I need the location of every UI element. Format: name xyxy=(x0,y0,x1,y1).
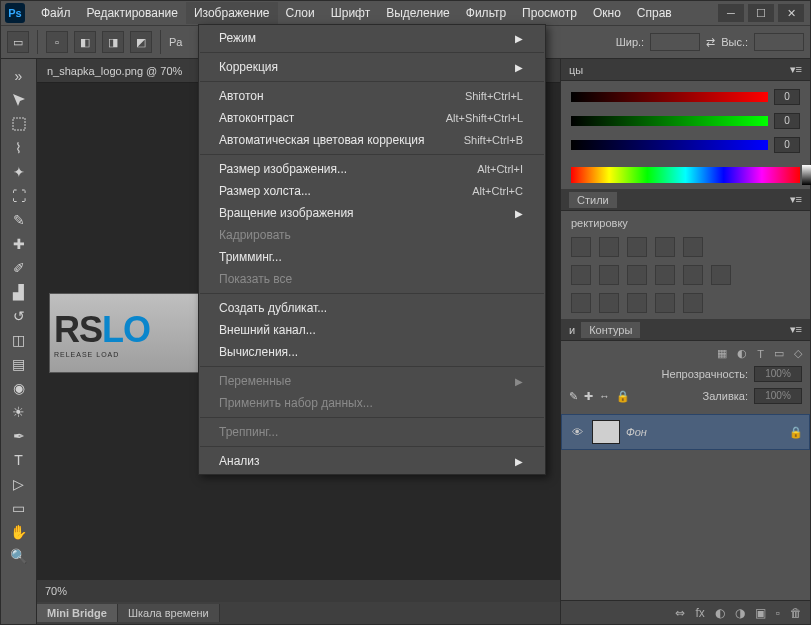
color-value[interactable]: 0 xyxy=(774,89,800,105)
delete-icon[interactable]: 🗑 xyxy=(790,606,802,620)
menu-item[interactable]: Режим▶ xyxy=(199,27,545,49)
new-layer-icon[interactable]: ▫ xyxy=(776,606,780,620)
eyedropper-tool[interactable]: ✎ xyxy=(7,209,31,231)
menu-окно[interactable]: Окно xyxy=(585,2,629,24)
adjust-curves-icon[interactable] xyxy=(627,237,647,257)
adjust-mixer-icon[interactable] xyxy=(683,265,703,285)
fill-field[interactable]: 100% xyxy=(754,388,802,404)
adjust-balance-icon[interactable] xyxy=(599,265,619,285)
layers-tab[interactable]: и xyxy=(569,324,575,336)
opacity-field[interactable]: 100% xyxy=(754,366,802,382)
paths-tab[interactable]: Контуры xyxy=(581,322,640,338)
menu-слои[interactable]: Слои xyxy=(278,2,323,24)
filter-adjust-icon[interactable]: ◐ xyxy=(737,347,747,360)
dodge-tool[interactable]: ☀ xyxy=(7,401,31,423)
panel-menu-icon[interactable]: ▾≡ xyxy=(790,323,802,336)
layer-item[interactable]: 👁 Фон 🔒 xyxy=(561,414,810,450)
adjust-brightness-icon[interactable] xyxy=(571,237,591,257)
zoom-tool[interactable]: 🔍 xyxy=(7,545,31,567)
adjust-lookup-icon[interactable] xyxy=(711,265,731,285)
menu-фильтр[interactable]: Фильтр xyxy=(458,2,514,24)
color-tab[interactable]: цы xyxy=(569,64,583,76)
visibility-icon[interactable]: 👁 xyxy=(568,423,586,441)
type-tool[interactable]: T xyxy=(7,449,31,471)
color-value[interactable]: 0 xyxy=(774,113,800,129)
lasso-tool[interactable]: ⌇ xyxy=(7,137,31,159)
menu-item[interactable]: Коррекция▶ xyxy=(199,56,545,78)
maximize-button[interactable]: ☐ xyxy=(748,4,774,22)
minimize-button[interactable]: ─ xyxy=(718,4,744,22)
tool-preset-icon[interactable]: ▭ xyxy=(7,31,29,53)
history-brush-tool[interactable]: ↺ xyxy=(7,305,31,327)
width-field[interactable] xyxy=(650,33,700,51)
menu-item[interactable]: Анализ▶ xyxy=(199,450,545,472)
group-icon[interactable]: ▣ xyxy=(755,606,766,620)
wand-tool[interactable]: ✦ xyxy=(7,161,31,183)
menu-выделение[interactable]: Выделение xyxy=(378,2,458,24)
opt-new-icon[interactable]: ▫ xyxy=(46,31,68,53)
adjust-bw-icon[interactable] xyxy=(627,265,647,285)
brush-tool[interactable]: ✐ xyxy=(7,257,31,279)
filter-pixel-icon[interactable]: ▦ xyxy=(717,347,727,360)
menu-item[interactable]: АвтоконтрастAlt+Shift+Ctrl+L xyxy=(199,107,545,129)
mask-icon[interactable]: ◐ xyxy=(715,606,725,620)
styles-tab[interactable]: Стили xyxy=(569,192,617,208)
adjust-levels-icon[interactable] xyxy=(599,237,619,257)
tab-mini-bridge[interactable]: Mini Bridge xyxy=(37,604,118,622)
swap-icon[interactable]: ⇄ xyxy=(706,36,715,49)
link-layers-icon[interactable]: ⇔ xyxy=(675,606,685,620)
move-tool[interactable] xyxy=(7,89,31,111)
close-button[interactable]: ✕ xyxy=(778,4,804,22)
adjust-threshold-icon[interactable] xyxy=(627,293,647,313)
adjust-exposure-icon[interactable] xyxy=(655,237,675,257)
height-field[interactable] xyxy=(754,33,804,51)
color-slider[interactable] xyxy=(571,116,768,126)
expand-icon[interactable]: » xyxy=(7,65,31,87)
menu-item[interactable]: Размер холста...Alt+Ctrl+C xyxy=(199,180,545,202)
menu-item[interactable]: Внешний канал... xyxy=(199,319,545,341)
menu-файл[interactable]: Файл xyxy=(33,2,79,24)
eraser-tool[interactable]: ◫ xyxy=(7,329,31,351)
adjustment-layer-icon[interactable]: ◑ xyxy=(735,606,745,620)
menu-item[interactable]: АвтотонShift+Ctrl+L xyxy=(199,85,545,107)
menu-редактирование[interactable]: Редактирование xyxy=(79,2,186,24)
pen-tool[interactable]: ✒ xyxy=(7,425,31,447)
fx-icon[interactable]: fx xyxy=(695,606,704,620)
adjust-posterize-icon[interactable] xyxy=(599,293,619,313)
tab-timeline[interactable]: Шкала времени xyxy=(118,604,220,622)
menu-item[interactable]: Автоматическая цветовая коррекцияShift+C… xyxy=(199,129,545,151)
spectrum-strip[interactable] xyxy=(571,167,800,183)
menu-изображение[interactable]: Изображение xyxy=(186,2,278,24)
blur-tool[interactable]: ◉ xyxy=(7,377,31,399)
gradient-tool[interactable]: ▤ xyxy=(7,353,31,375)
heal-tool[interactable]: ✚ xyxy=(7,233,31,255)
path-select-tool[interactable]: ▷ xyxy=(7,473,31,495)
crop-tool[interactable]: ⛶ xyxy=(7,185,31,207)
panel-menu-icon[interactable]: ▾≡ xyxy=(790,193,802,206)
menu-item[interactable]: Тримминг... xyxy=(199,246,545,268)
adjust-gradient-map-icon[interactable] xyxy=(655,293,675,313)
menu-item[interactable]: Вращение изображения▶ xyxy=(199,202,545,224)
color-value[interactable]: 0 xyxy=(774,137,800,153)
adjust-photo-filter-icon[interactable] xyxy=(655,265,675,285)
menu-справ[interactable]: Справ xyxy=(629,2,680,24)
marquee-tool[interactable] xyxy=(7,113,31,135)
shape-tool[interactable]: ▭ xyxy=(7,497,31,519)
opt-union-icon[interactable]: ◧ xyxy=(74,31,96,53)
adjust-invert-icon[interactable] xyxy=(571,293,591,313)
color-slider[interactable] xyxy=(571,92,768,102)
opt-subtract-icon[interactable]: ◨ xyxy=(102,31,124,53)
adjust-hue-icon[interactable] xyxy=(571,265,591,285)
opt-intersect-icon[interactable]: ◩ xyxy=(130,31,152,53)
menu-item[interactable]: Создать дубликат... xyxy=(199,297,545,319)
stamp-tool[interactable]: ▟ xyxy=(7,281,31,303)
zoom-level[interactable]: 70% xyxy=(45,585,67,597)
menu-item[interactable]: Вычисления... xyxy=(199,341,545,363)
menu-просмотр[interactable]: Просмотр xyxy=(514,2,585,24)
menu-шрифт[interactable]: Шрифт xyxy=(323,2,378,24)
menu-item[interactable]: Размер изображения...Alt+Ctrl+I xyxy=(199,158,545,180)
adjust-selective-icon[interactable] xyxy=(683,293,703,313)
adjust-vibrance-icon[interactable] xyxy=(683,237,703,257)
panel-menu-icon[interactable]: ▾≡ xyxy=(790,63,802,76)
color-slider[interactable] xyxy=(571,140,768,150)
